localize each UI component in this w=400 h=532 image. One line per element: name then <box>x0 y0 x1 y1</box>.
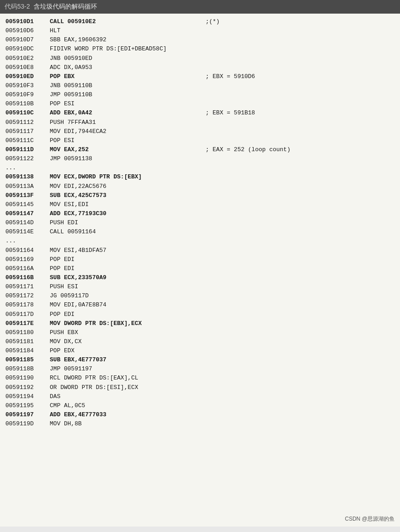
code-line: 00591192 OR DWORD PTR DS:[ESI],ECX <box>5 383 395 392</box>
code-instruction: HLT <box>46 26 191 35</box>
code-instruction: MOV ESI,4B1DFA57 <box>46 246 191 255</box>
code-line: 0059113F SUB ECX,425C7573 <box>5 191 395 200</box>
code-line: 0059113A MOV EDI,22AC5676 <box>5 182 395 191</box>
code-instruction: MOV DH,8B <box>46 419 191 429</box>
code-instruction: JNB 005910ED <box>46 54 191 63</box>
code-line: 0059111C POP ESI <box>5 136 395 145</box>
code-address: 00591122 <box>5 154 46 163</box>
code-line: 00591138 MOV ECX,DWORD PTR DS:[EBX] <box>5 172 395 182</box>
code-address: 0059118B <box>5 365 46 374</box>
code-instruction: POP EDI <box>46 264 191 273</box>
code-address: 0059111C <box>5 136 46 145</box>
code-instruction: MOV ECX,DWORD PTR DS:[EBX] <box>46 172 191 182</box>
code-line: 00591185 SUB EBX,4E777037 <box>5 355 395 365</box>
code-address: 00591190 <box>5 374 46 383</box>
code-instruction: PUSH EDI <box>46 218 191 227</box>
code-instruction: ADD EBX,0A42 <box>46 108 191 118</box>
code-line: 005910ED POP EBX ; EBX = 5910D6 <box>5 72 395 81</box>
code-line: 00591194 DAS <box>5 392 395 401</box>
code-line: 00591171 PUSH ESI <box>5 282 395 291</box>
code-line: 00591117 MOV EDI,7944ECA2 <box>5 127 395 136</box>
code-line: 00591169 POP EDI <box>5 255 395 264</box>
code-address: 00591171 <box>5 282 46 291</box>
code-instruction: POP EDI <box>46 255 191 264</box>
code-instruction: MOV EDI,22AC5676 <box>46 182 191 191</box>
code-instruction: JG 0059117D <box>46 291 191 300</box>
code-address: 00591145 <box>5 200 46 209</box>
code-line: 0059118B JMP 00591197 <box>5 365 395 374</box>
code-line: 0059111D MOV EAX,252 ; EAX = 252 (loop c… <box>5 145 395 154</box>
code-address: 00591195 <box>5 401 46 410</box>
code-address: 0059116A <box>5 264 46 273</box>
code-address: 00591172 <box>5 291 46 300</box>
code-address: 0059110B <box>5 99 46 108</box>
code-line: 00591145 MOV ESI,EDI <box>5 200 395 209</box>
code-line: 005910D6 HLT <box>5 26 395 35</box>
code-line: 0059117E MOV DWORD PTR DS:[EBX],ECX <box>5 319 395 328</box>
code-line: 0059119D MOV DH,8B <box>5 419 395 429</box>
code-instruction: CALL 005910E2 <box>46 17 191 26</box>
code-address: 00591180 <box>5 328 46 337</box>
code-address: 00591164 <box>5 246 46 255</box>
code-address: 00591181 <box>5 337 46 346</box>
code-instruction: CMP AL,0C5 <box>46 401 191 410</box>
code-instruction: FIDIVR WORD PTR DS:[EDI+DBEAD58C] <box>46 44 191 54</box>
code-instruction: MOV EDI,7944ECA2 <box>46 127 191 136</box>
code-instruction: POP EDI <box>46 310 191 319</box>
code-instruction: JMP 0059110B <box>46 90 191 99</box>
code-address: 005910E8 <box>5 63 46 72</box>
code-comment: ; EBX = 5910D6 <box>191 72 255 81</box>
code-address: 0059113F <box>5 191 46 200</box>
code-address: 00591178 <box>5 300 46 310</box>
code-instruction: JMP 00591138 <box>46 154 191 163</box>
code-line: 0059110C ADD EBX,0A42 ; EBX = 591B18 <box>5 108 395 118</box>
code-address: 0059113A <box>5 182 46 191</box>
code-address: 00591147 <box>5 209 46 218</box>
ellipsis-line: ... <box>5 236 395 246</box>
code-comment: ; EAX = 252 (loop count) <box>191 145 290 154</box>
code-address: 0059110C <box>5 108 46 118</box>
code-line: 0059114E CALL 00591164 <box>5 227 395 236</box>
code-address: 005910F3 <box>5 81 46 90</box>
code-line: 00591195 CMP AL,0C5 <box>5 401 395 410</box>
code-line: 00591190 RCL DWORD PTR DS:[EAX],CL <box>5 374 395 383</box>
code-line: 0059117D POP EDI <box>5 310 395 319</box>
code-instruction: POP EBX <box>46 72 191 81</box>
code-address: 005910D7 <box>5 35 46 44</box>
code-address: 00591184 <box>5 346 46 355</box>
code-instruction: JNB 0059110B <box>46 81 191 90</box>
code-instruction: SUB ECX,233570A9 <box>46 273 191 282</box>
code-instruction: SUB ECX,425C7573 <box>46 191 191 200</box>
code-address: 00591194 <box>5 392 46 401</box>
code-line: 0059110B POP ESI <box>5 99 395 108</box>
code-address: 00591192 <box>5 383 46 392</box>
ellipsis-line: ... <box>5 163 395 172</box>
code-line: 005910DC FIDIVR WORD PTR DS:[EDI+DBEAD58… <box>5 44 395 54</box>
title-text: 含垃圾代码的解码循环 <box>34 3 97 11</box>
code-address: 0059119D <box>5 419 46 429</box>
watermark: CSDN @思源湖的鱼 <box>345 515 395 523</box>
title-bar: 代码53-2 含垃圾代码的解码循环 <box>0 0 400 14</box>
code-address: 0059117D <box>5 310 46 319</box>
code-instruction: PUSH EBX <box>46 328 191 337</box>
code-line: 00591197 ADD EBX,4E777033 <box>5 410 395 419</box>
code-address: 005910E2 <box>5 54 46 63</box>
code-address: 005910F9 <box>5 90 46 99</box>
code-address: 0059114E <box>5 227 46 236</box>
code-instruction: POP ESI <box>46 99 191 108</box>
code-content: 005910D1 CALL 005910E2 ;(*)005910D6 HLT0… <box>0 14 400 527</box>
code-line: 005910E2 JNB 005910ED <box>5 54 395 63</box>
code-instruction: MOV EAX,252 <box>46 145 191 154</box>
code-line: 0059116B SUB ECX,233570A9 <box>5 273 395 282</box>
code-address: 00591112 <box>5 118 46 127</box>
code-instruction: MOV ESI,EDI <box>46 200 191 209</box>
code-instruction: ADC DX,0A953 <box>46 63 191 72</box>
code-address: 00591169 <box>5 255 46 264</box>
code-line: 00591122 JMP 00591138 <box>5 154 395 163</box>
code-address: 00591117 <box>5 127 46 136</box>
code-line: 00591184 POP EDX <box>5 346 395 355</box>
code-line: 005910D7 SBB EAX,19606392 <box>5 35 395 44</box>
code-label: 代码53-2 <box>5 3 30 11</box>
code-address: 0059117E <box>5 319 46 328</box>
code-address: 005910DC <box>5 44 46 54</box>
